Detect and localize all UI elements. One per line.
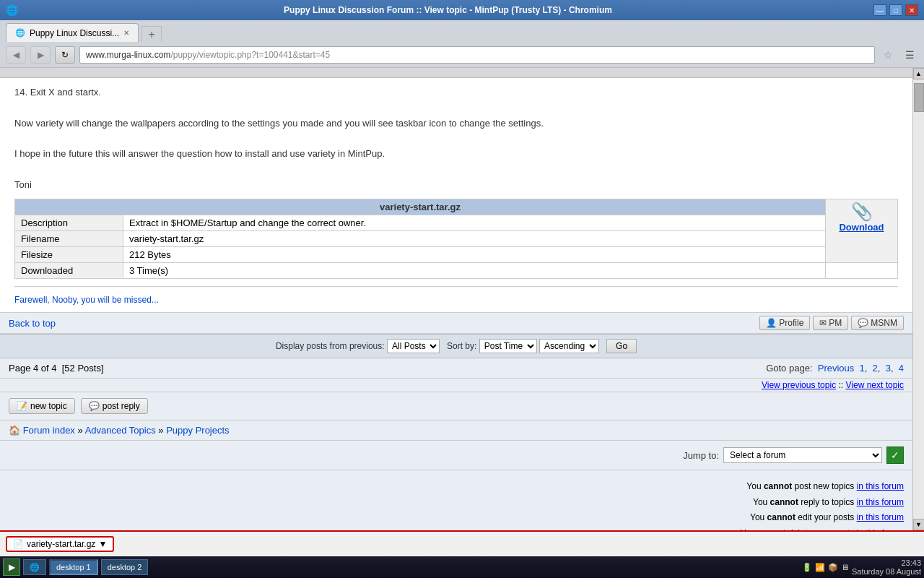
- download-file-icon: 📄: [13, 539, 24, 549]
- jump-select[interactable]: Select a forum: [723, 447, 882, 463]
- puppy-projects-link[interactable]: Puppy Projects: [166, 425, 229, 436]
- tab-label: Puppy Linux Discussi...: [30, 28, 119, 38]
- signature-link[interactable]: Farewell, Nooby, you will be missed...: [14, 295, 159, 305]
- downloaded-value: 3 Time(s): [123, 263, 826, 279]
- permissions: You cannot post new topics in this forum…: [0, 470, 912, 530]
- step14-text: 14. Exit X and startx.: [14, 85, 898, 100]
- filename-label: Filename: [15, 231, 123, 247]
- perm-link-3[interactable]: in this forum: [857, 512, 904, 522]
- display-label: Display posts from previous:: [276, 341, 385, 351]
- new-topic-button[interactable]: 📝 new topic: [9, 398, 75, 414]
- close-button[interactable]: ✕: [905, 4, 918, 16]
- perm-link-1[interactable]: in this forum: [857, 481, 904, 491]
- download-filename: variety-start.tar.gz: [27, 539, 95, 549]
- download-icon: 📎: [832, 202, 892, 222]
- window-title: Puppy Linux Discussion Forum :: View top…: [22, 5, 873, 15]
- scrollbar: ▲ ▼: [912, 68, 924, 530]
- scroll-track[interactable]: [913, 79, 925, 519]
- prev-page-link[interactable]: Previous: [818, 363, 855, 374]
- tab-bar: 🌐 Puppy Linux Discussi... ✕ +: [0, 20, 924, 42]
- filename-value: variety-start.tar.gz: [123, 231, 826, 247]
- desc-value: Extract in $HOME/Startup and change the …: [123, 215, 826, 231]
- pm-button[interactable]: ✉ PM: [813, 316, 848, 330]
- download-item[interactable]: 📄 variety-start.tar.gz ▼: [6, 536, 114, 552]
- page-3-link[interactable]: 3: [886, 363, 891, 374]
- msnm-label: MSNM: [871, 318, 897, 328]
- pm-label: PM: [829, 318, 842, 328]
- perm-new-topics: You cannot post new topics in this forum: [9, 479, 904, 495]
- breadcrumb: 🏠 Forum index » Advanced Topics » Puppy …: [0, 420, 912, 441]
- taskbar-time: 23:43 Saturday 08 August: [852, 558, 921, 576]
- address-bar[interactable]: www.murga-linux.com /puppy/viewtopic.php…: [79, 46, 875, 64]
- page-2-link[interactable]: 2: [873, 363, 878, 374]
- sortby-label: Sort by:: [447, 341, 476, 351]
- goto-label: Goto page:: [766, 363, 812, 374]
- breadcrumb-sep1: »: [78, 425, 83, 436]
- taskbar-desktop1-label: desktop 1: [56, 563, 91, 571]
- posts-select[interactable]: All Posts: [387, 339, 440, 353]
- order-select[interactable]: Ascending: [539, 339, 599, 353]
- menu-button[interactable]: ☰: [901, 46, 918, 64]
- taskbar-desktop1[interactable]: desktop 1: [49, 559, 98, 575]
- go-button[interactable]: Go: [606, 339, 637, 353]
- active-tab[interactable]: 🌐 Puppy Linux Discussi... ✕: [6, 23, 139, 42]
- scroll-thumb[interactable]: [914, 83, 924, 112]
- sys-icon-1: 🔋: [802, 563, 812, 572]
- chrome-icon: 🌐: [6, 4, 18, 16]
- page-1-link[interactable]: 1: [860, 363, 865, 374]
- perm-link-2[interactable]: in this forum: [857, 497, 904, 507]
- post-bottom-bar: Back to top 👤 Profile ✉ PM 💬 MSNM: [0, 312, 912, 334]
- post-reply-icon: 💬: [89, 401, 100, 411]
- jump-label: Jump to:: [683, 450, 719, 461]
- back-to-top-link[interactable]: Back to top: [9, 318, 56, 329]
- post-reply-label: post reply: [103, 401, 140, 411]
- attachment-table: variety-start.tar.gz 📎 Download Descript…: [14, 199, 898, 279]
- view-previous-topic-link[interactable]: View previous topic: [762, 380, 836, 390]
- view-next-topic-link[interactable]: View next topic: [846, 380, 905, 390]
- filesize-value: 212 Bytes: [123, 247, 826, 263]
- sig-divider: [14, 286, 898, 287]
- new-topic-label: new topic: [30, 401, 67, 411]
- downloaded-label: Downloaded: [15, 263, 123, 279]
- msnm-button[interactable]: 💬 MSNM: [851, 316, 904, 330]
- post-reply-button[interactable]: 💬 post reply: [81, 398, 148, 414]
- profile-button[interactable]: 👤 Profile: [759, 316, 810, 330]
- start-button[interactable]: ▶: [3, 558, 20, 576]
- post-content: 14. Exit X and startx. Now variety will …: [0, 78, 912, 312]
- jump-bar: Jump to: Select a forum: [0, 441, 912, 470]
- posts-count: 52 Posts: [64, 363, 101, 374]
- back-button[interactable]: ◀: [6, 46, 26, 64]
- taskbar-desktop2[interactable]: desktop 2: [101, 559, 149, 575]
- taskbar-browser-icon[interactable]: 🌐: [23, 559, 46, 575]
- page-info: Page 4 of 4 [52 Posts]: [9, 363, 104, 374]
- tab-icon: 🌐: [15, 28, 25, 38]
- forward-button[interactable]: ▶: [30, 46, 51, 64]
- home-icon: 🏠: [9, 425, 20, 436]
- taskbar: ▶ 🌐 desktop 1 desktop 2 🔋 📶 📦 🖥 23:43 Sa…: [0, 556, 924, 578]
- scroll-up-arrow[interactable]: ▲: [913, 68, 925, 79]
- jump-go-button[interactable]: [886, 447, 904, 464]
- title-bar: 🌐 Puppy Linux Discussion Forum :: View t…: [0, 0, 924, 20]
- advanced-topics-link[interactable]: Advanced Topics: [85, 425, 156, 436]
- display-posts-bar: Display posts from previous: All Posts S…: [0, 334, 912, 358]
- forum-index-link[interactable]: Forum index: [23, 425, 75, 436]
- scroll-down-arrow[interactable]: ▼: [913, 519, 925, 530]
- download-dropdown[interactable]: ▼: [98, 539, 107, 549]
- new-tab-button[interactable]: +: [141, 26, 162, 42]
- minimize-button[interactable]: —: [873, 4, 886, 16]
- sys-icon-4: 🖥: [841, 563, 849, 571]
- time-display: 23:43: [852, 558, 921, 567]
- reload-button[interactable]: ↻: [55, 46, 75, 64]
- para1-text: Now variety will change the wallpapers a…: [14, 116, 898, 131]
- browser-icon: 🌐: [30, 563, 40, 572]
- window-controls: — □ ✕: [873, 4, 918, 16]
- bookmark-button[interactable]: ☆: [879, 46, 897, 64]
- download-link[interactable]: Download: [839, 222, 884, 233]
- page-nav: Page 4 of 4 [52 Posts] Goto page: Previo…: [0, 358, 912, 379]
- tab-close-button[interactable]: ✕: [123, 29, 129, 37]
- sortby-select[interactable]: Post Time: [479, 339, 537, 353]
- author-text: Toni: [14, 178, 898, 192]
- maximize-button[interactable]: □: [889, 4, 902, 16]
- filesize-label: Filesize: [15, 247, 123, 263]
- page-4-link[interactable]: 4: [899, 363, 904, 374]
